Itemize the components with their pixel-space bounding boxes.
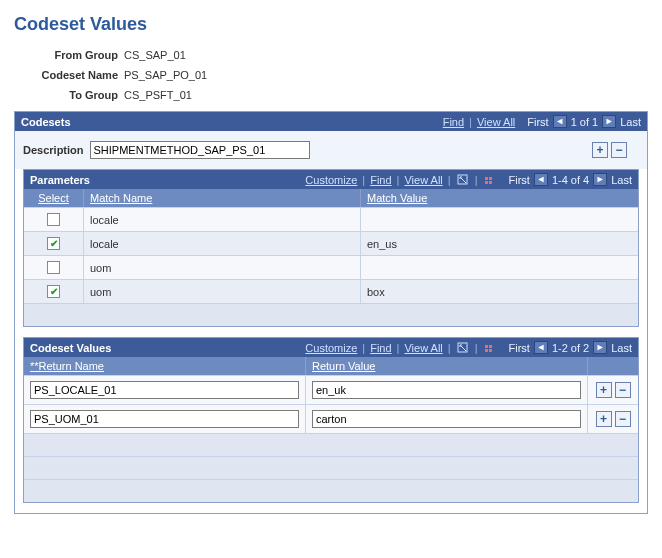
to-group-label: To Group — [24, 89, 124, 101]
select-checkbox[interactable]: ✔ — [47, 285, 60, 298]
grid-icon[interactable] — [483, 173, 497, 186]
to-group-value: CS_PSFT_01 — [124, 89, 192, 101]
find-link[interactable]: Find — [443, 116, 464, 128]
match-name-cell: locale — [84, 232, 361, 255]
svg-rect-2 — [489, 177, 492, 180]
svg-rect-1 — [485, 177, 488, 180]
match-name-cell: uom — [84, 256, 361, 279]
remove-row-button[interactable]: − — [615, 382, 631, 398]
codeset-value-row: + − — [24, 404, 638, 433]
codesets-bar: Codesets Find | View All First ◄ 1 of 1 … — [15, 112, 647, 131]
prev-icon[interactable]: ◄ — [534, 341, 548, 354]
find-link[interactable]: Find — [370, 174, 391, 186]
zoom-icon[interactable] — [456, 341, 470, 354]
col-match-value[interactable]: Match Value — [361, 189, 638, 207]
parameter-row: ✔ uom box — [24, 279, 638, 303]
view-all-link[interactable]: View All — [404, 342, 442, 354]
match-value-cell — [361, 208, 638, 231]
first-link[interactable]: First — [509, 174, 530, 186]
grid-icon[interactable] — [483, 341, 497, 354]
next-icon[interactable]: ► — [593, 341, 607, 354]
codeset-values-bar: Codeset Values Customize | Find | View A… — [24, 338, 638, 357]
return-value-input[interactable] — [312, 410, 581, 428]
parameter-row: ✔ locale en_us — [24, 231, 638, 255]
last-link[interactable]: Last — [611, 342, 632, 354]
col-return-value[interactable]: Return Value — [306, 357, 588, 375]
svg-rect-9 — [489, 349, 492, 352]
add-row-button[interactable]: + — [596, 411, 612, 427]
svg-rect-3 — [485, 181, 488, 184]
select-checkbox[interactable]: ✔ — [47, 237, 60, 250]
codesets-bar-title: Codesets — [21, 116, 71, 128]
view-all-link[interactable]: View All — [477, 116, 515, 128]
col-return-name[interactable]: **Return Name — [24, 357, 306, 375]
last-link[interactable]: Last — [620, 116, 641, 128]
match-name-cell: locale — [84, 208, 361, 231]
view-all-link[interactable]: View All — [404, 174, 442, 186]
codesets-panel: Codesets Find | View All First ◄ 1 of 1 … — [14, 111, 648, 514]
col-select[interactable]: Select — [24, 189, 84, 207]
zoom-icon[interactable] — [456, 173, 470, 186]
first-link[interactable]: First — [527, 116, 548, 128]
first-link[interactable]: First — [509, 342, 530, 354]
codeset-values-header: **Return Name Return Value — [24, 357, 638, 375]
from-group-value: CS_SAP_01 — [124, 49, 186, 61]
find-link[interactable]: Find — [370, 342, 391, 354]
svg-rect-6 — [485, 345, 488, 348]
prev-icon[interactable]: ◄ — [534, 173, 548, 186]
empty-row — [24, 433, 638, 456]
match-value-cell — [361, 256, 638, 279]
codeset-values-panel: Codeset Values Customize | Find | View A… — [23, 337, 639, 503]
customize-link[interactable]: Customize — [305, 342, 357, 354]
parameters-bar-title: Parameters — [30, 174, 90, 186]
return-name-input[interactable] — [30, 381, 299, 399]
return-name-input[interactable] — [30, 410, 299, 428]
svg-rect-8 — [485, 349, 488, 352]
from-group-label: From Group — [24, 49, 124, 61]
match-value-cell: box — [361, 280, 638, 303]
codeset-value-row: + − — [24, 375, 638, 404]
description-label: Description — [23, 144, 84, 156]
match-value-cell: en_us — [361, 232, 638, 255]
description-area: Description + − — [15, 131, 647, 169]
counter-text: 1-4 of 4 — [552, 174, 589, 186]
add-row-button[interactable]: + — [596, 382, 612, 398]
next-icon[interactable]: ► — [593, 173, 607, 186]
parameter-row: uom — [24, 255, 638, 279]
description-input[interactable] — [90, 141, 310, 159]
col-match-name[interactable]: Match Name — [84, 189, 361, 207]
prev-icon[interactable]: ◄ — [553, 115, 567, 128]
parameters-header: Select Match Name Match Value — [24, 189, 638, 207]
parameters-panel: Parameters Customize | Find | View All |… — [23, 169, 639, 327]
next-icon[interactable]: ► — [602, 115, 616, 128]
remove-row-button[interactable]: − — [615, 411, 631, 427]
header-fields: From Group CS_SAP_01 Codeset Name PS_SAP… — [24, 49, 648, 101]
customize-link[interactable]: Customize — [305, 174, 357, 186]
parameters-bar: Parameters Customize | Find | View All |… — [24, 170, 638, 189]
svg-rect-7 — [489, 345, 492, 348]
codeset-name-label: Codeset Name — [24, 69, 124, 81]
svg-rect-4 — [489, 181, 492, 184]
match-name-cell: uom — [84, 280, 361, 303]
empty-row — [24, 303, 638, 326]
counter-text: 1 of 1 — [571, 116, 599, 128]
select-checkbox[interactable] — [47, 213, 60, 226]
add-codeset-button[interactable]: + — [592, 142, 608, 158]
codeset-name-value: PS_SAP_PO_01 — [124, 69, 207, 81]
parameter-row: locale — [24, 207, 638, 231]
codeset-values-bar-title: Codeset Values — [30, 342, 111, 354]
empty-row — [24, 479, 638, 502]
page-title: Codeset Values — [14, 14, 648, 35]
empty-row — [24, 456, 638, 479]
counter-text: 1-2 of 2 — [552, 342, 589, 354]
return-value-input[interactable] — [312, 381, 581, 399]
select-checkbox[interactable] — [47, 261, 60, 274]
last-link[interactable]: Last — [611, 174, 632, 186]
remove-codeset-button[interactable]: − — [611, 142, 627, 158]
